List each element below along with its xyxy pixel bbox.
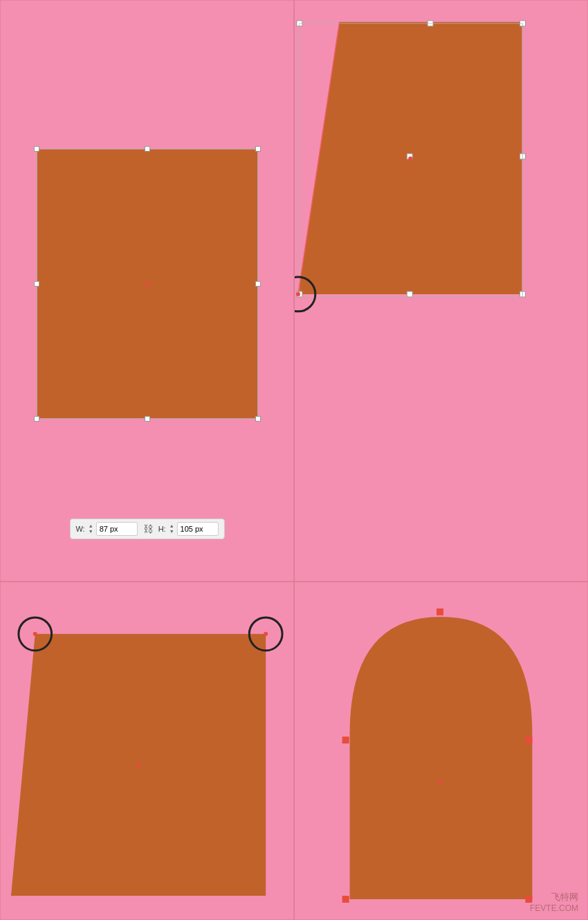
width-down-arrow[interactable]: ▼ [89,529,93,534]
handle-bottom-left[interactable] [34,416,39,422]
width-label: W: [75,525,84,533]
shape-container-q1 [37,149,258,419]
quadrant-top-left: W: ▲ ▼ ⛓ H: ▲ ▼ [0,0,294,581]
watermark-english: FEVTE.COM [530,903,578,913]
svg-point-11 [408,156,412,161]
handle-top-left[interactable] [34,146,39,152]
quadrant-bottom-right [294,581,588,920]
svg-rect-7 [407,291,412,297]
quadrant-bottom-left [0,581,294,920]
watermark: 飞特网 FEVTE.COM [530,891,578,913]
bucket-svg [1,582,293,919]
svg-line-10 [298,22,340,294]
svg-rect-3 [520,21,525,26]
svg-point-15 [136,763,140,767]
handle-mid-left[interactable] [34,281,39,287]
quadrant-top-right: Move Position Horizontal: Vertical: Dist… [294,0,588,581]
svg-point-13 [296,292,300,296]
width-arrows[interactable]: ▲ ▼ [89,523,93,534]
svg-rect-4 [407,154,412,159]
svg-rect-20 [437,608,443,615]
height-up-arrow[interactable]: ▲ [169,523,174,529]
height-label: H: [158,525,166,533]
handle-bottom-center[interactable] [145,416,150,422]
dimension-toolbar: W: ▲ ▼ ⛓ H: ▲ ▼ [69,518,224,539]
handle-top-right[interactable] [255,146,261,152]
chain-icon: ⛓ [143,523,153,534]
handle-mid-right[interactable] [255,281,261,287]
skew-svg [295,1,587,581]
height-arrows[interactable]: ▲ ▼ [169,523,174,534]
svg-point-17 [33,632,37,636]
svg-point-25 [439,780,443,784]
width-up-arrow[interactable]: ▲ [89,523,93,529]
height-down-arrow[interactable]: ▼ [169,529,174,534]
vertical-divider [294,0,295,920]
width-input[interactable] [96,522,138,536]
svg-rect-1 [297,21,302,26]
svg-rect-2 [428,21,433,26]
svg-rect-23 [342,896,349,903]
svg-point-19 [264,632,268,636]
svg-rect-6 [297,291,302,297]
svg-rect-21 [342,737,349,743]
center-dot [145,282,149,286]
handle-top-center[interactable] [145,146,150,152]
svg-rect-22 [525,737,532,743]
arch-svg [295,582,587,919]
watermark-chinese: 飞特网 [530,891,578,903]
svg-rect-8 [520,291,525,297]
svg-point-12 [295,277,315,312]
svg-marker-0 [298,22,522,294]
rectangle-shape[interactable] [37,149,258,419]
handle-bottom-right[interactable] [255,416,261,422]
svg-rect-5 [520,154,525,159]
svg-marker-9 [300,24,522,297]
height-input[interactable] [177,522,219,536]
